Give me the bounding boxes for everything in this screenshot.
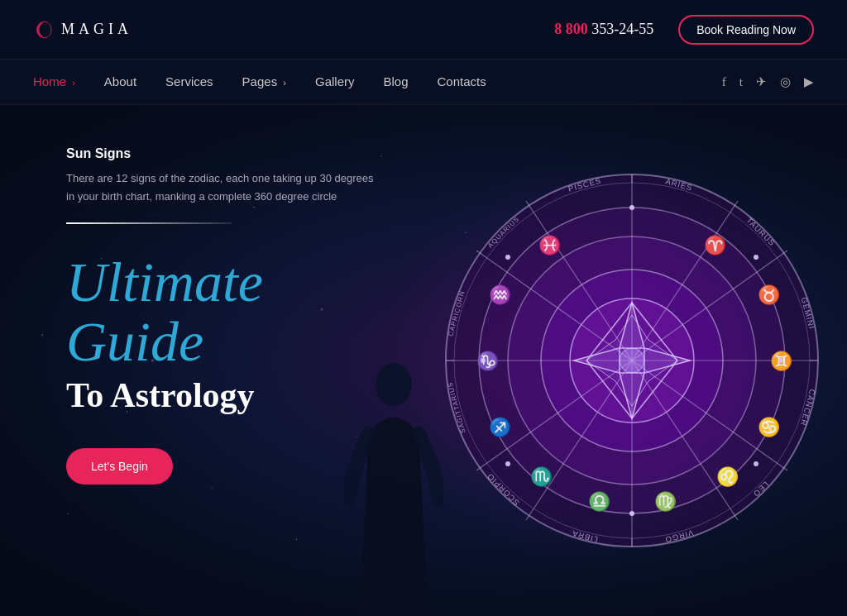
header: MAGIA 8 800 353-24-55 Book Reading Now xyxy=(0,0,847,60)
svg-point-54 xyxy=(778,358,783,363)
chevron-icon: › xyxy=(283,78,286,88)
nav-item-contacts[interactable]: Contacts xyxy=(438,74,486,89)
facebook-icon[interactable]: f xyxy=(722,75,726,89)
moon-icon xyxy=(33,18,56,41)
lets-begin-button[interactable]: Let's Begin xyxy=(66,448,173,485)
nav-item-pages[interactable]: Pages › xyxy=(242,74,286,89)
sun-signs-description: There are 12 signs of the zodiac, each o… xyxy=(66,170,380,206)
svg-text:♎: ♎ xyxy=(588,490,611,513)
instagram-icon[interactable]: ◎ xyxy=(780,74,791,89)
svg-point-58 xyxy=(481,358,486,363)
hero-section: Sun Signs There are 12 signs of the zodi… xyxy=(0,105,847,616)
svg-text:♐: ♐ xyxy=(489,416,512,438)
svg-point-56 xyxy=(629,511,634,516)
divider xyxy=(66,222,232,224)
hero-subtitle: To Astrology xyxy=(66,375,380,415)
svg-point-57 xyxy=(505,461,510,466)
hero-content: Sun Signs There are 12 signs of the zodi… xyxy=(66,146,380,485)
svg-text:♉: ♉ xyxy=(758,284,781,306)
book-reading-button[interactable]: Book Reading Now xyxy=(678,15,814,45)
svg-point-59 xyxy=(505,255,510,260)
zodiac-wheel-svg: ♈ ♉ ♊ ♋ ♌ ♍ ♎ ♏ ♐ ♑ ♒ xyxy=(433,158,830,563)
zodiac-wheel: ♈ ♉ ♊ ♋ ♌ ♍ ♎ ♏ ♐ ♑ ♒ xyxy=(433,158,830,563)
tumblr-icon[interactable]: t xyxy=(739,75,743,89)
sun-signs-label: Sun Signs xyxy=(66,146,380,161)
chevron-icon: › xyxy=(72,78,75,88)
nav-item-blog[interactable]: Blog xyxy=(383,74,408,89)
header-right: 8 800 353-24-55 Book Reading Now xyxy=(554,15,814,45)
svg-text:♑: ♑ xyxy=(476,350,500,372)
hero-title-main: Ultimate Guide xyxy=(66,253,380,371)
svg-text:♌: ♌ xyxy=(716,466,739,488)
telegram-icon[interactable]: ✈ xyxy=(756,74,767,89)
svg-point-53 xyxy=(754,255,758,260)
logo: MAGIA xyxy=(33,18,132,41)
svg-text:♒: ♒ xyxy=(489,284,512,306)
svg-point-0 xyxy=(376,363,412,406)
svg-text:♍: ♍ xyxy=(654,490,677,513)
svg-text:♋: ♋ xyxy=(758,416,781,438)
youtube-icon[interactable]: ▶ xyxy=(804,74,814,89)
nav-item-gallery[interactable]: Gallery xyxy=(315,74,355,89)
svg-text:♈: ♈ xyxy=(704,234,727,256)
svg-text:♏: ♏ xyxy=(530,466,553,488)
svg-point-52 xyxy=(629,205,634,210)
svg-text:♓: ♓ xyxy=(538,234,562,256)
main-nav: Home › About Services Pages › Gallery Bl… xyxy=(0,60,847,105)
nav-links: Home › About Services Pages › Gallery Bl… xyxy=(33,74,486,89)
social-links: f t ✈ ◎ ▶ xyxy=(722,74,814,89)
nav-item-about[interactable]: About xyxy=(104,74,136,89)
phone-prefix: 8 800 xyxy=(554,21,588,37)
svg-point-55 xyxy=(754,461,758,466)
logo-text: MAGIA xyxy=(61,21,132,38)
nav-item-services[interactable]: Services xyxy=(165,74,213,89)
phone-number: 8 800 353-24-55 xyxy=(554,21,653,38)
nav-item-home[interactable]: Home › xyxy=(33,74,75,89)
